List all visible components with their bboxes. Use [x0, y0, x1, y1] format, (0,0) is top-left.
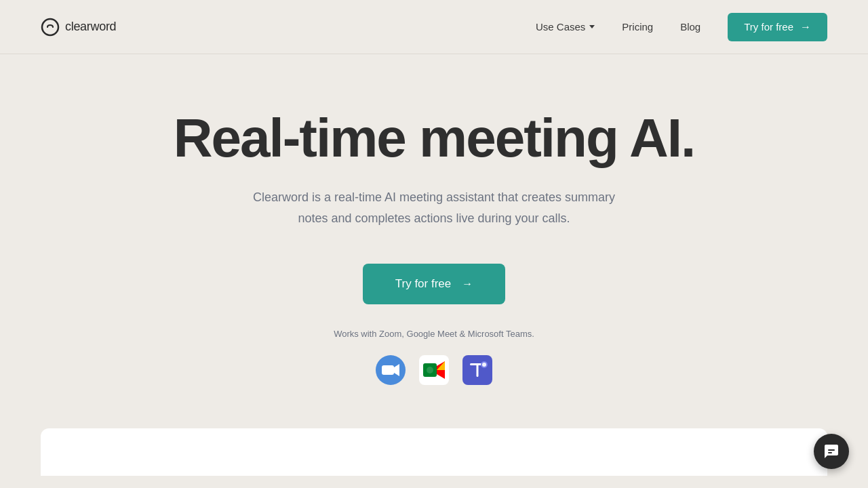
arrow-right-icon: →	[800, 21, 811, 33]
clearword-logo-icon	[41, 18, 60, 37]
microsoft-teams-icon	[462, 355, 492, 388]
nav-use-cases[interactable]: Use Cases	[525, 16, 606, 38]
google-meet-icon	[419, 355, 449, 388]
nav-try-for-free-button[interactable]: Try for free →	[728, 13, 827, 41]
svg-rect-16	[828, 452, 832, 453]
logo-text: clearword	[65, 20, 116, 34]
hero-title: Real-time meeting AI.	[174, 108, 695, 168]
hero-subtitle: Clearword is a real-time AI meeting assi…	[244, 187, 624, 228]
nav-pricing[interactable]: Pricing	[611, 16, 664, 38]
navbar: clearword Use Cases Pricing Blog Try for…	[0, 0, 868, 54]
svg-point-9	[427, 367, 433, 373]
svg-rect-2	[382, 365, 394, 375]
bottom-content-section	[41, 428, 827, 476]
nav-blog[interactable]: Blog	[669, 16, 711, 38]
svg-rect-12	[477, 363, 479, 377]
integrations-list	[376, 355, 492, 388]
hero-arrow-right-icon: →	[462, 278, 473, 290]
svg-point-14	[482, 363, 486, 367]
svg-rect-15	[828, 449, 835, 451]
chat-button[interactable]	[814, 434, 849, 469]
svg-point-0	[42, 19, 58, 35]
hero-section: Real-time meeting AI. Clearword is a rea…	[0, 54, 868, 428]
chat-icon	[823, 443, 840, 460]
nav-links: Use Cases Pricing Blog Try for free →	[525, 13, 827, 41]
logo[interactable]: clearword	[41, 18, 116, 37]
chevron-down-icon	[589, 25, 595, 28]
zoom-icon	[376, 355, 406, 388]
works-with-text: Works with Zoom, Google Meet & Microsoft…	[334, 329, 534, 339]
hero-try-for-free-button[interactable]: Try for free →	[363, 264, 506, 304]
